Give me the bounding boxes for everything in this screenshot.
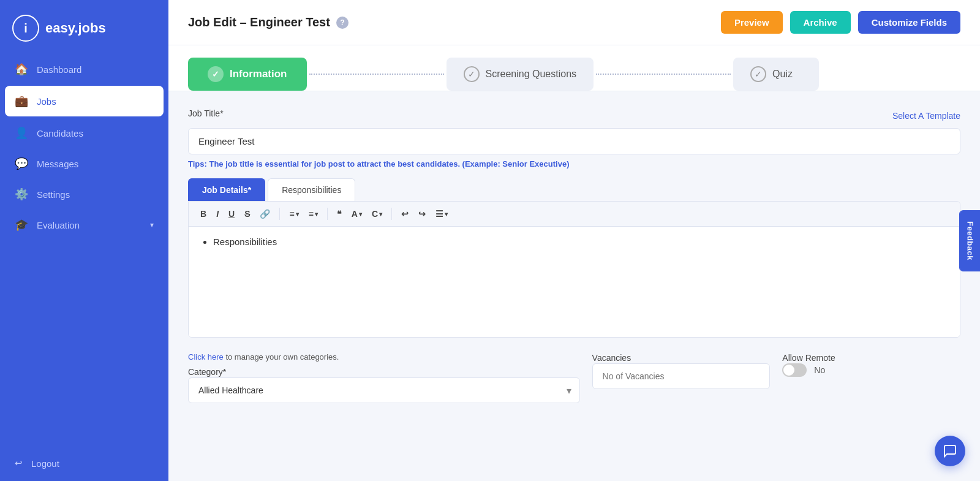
strikethrough-button[interactable]: S bbox=[240, 206, 254, 221]
category-select-wrapper: Allied Healthcare ▾ bbox=[188, 377, 580, 403]
category-group: Click here to manage your own categories… bbox=[188, 352, 580, 403]
manage-categories-link[interactable]: Click here bbox=[188, 352, 224, 362]
job-title-header: Job Title* Select A Template bbox=[188, 108, 960, 123]
logout-button[interactable]: ↩ Logout bbox=[0, 445, 168, 481]
sidebar-label-dashboard: Dashboard bbox=[37, 64, 81, 75]
step-information-label: Information bbox=[230, 68, 287, 80]
toolbar-sep-1 bbox=[279, 208, 280, 220]
category-select[interactable]: Allied Healthcare bbox=[188, 377, 580, 403]
step-screening[interactable]: ✓ Screening Questions bbox=[447, 58, 594, 91]
tips-content: The job title is essential for job post … bbox=[207, 159, 570, 169]
category-link-text: Click here to manage your own categories… bbox=[188, 352, 580, 362]
logout-label: Logout bbox=[31, 458, 59, 469]
app-name: easy.jobs bbox=[45, 20, 106, 36]
evaluation-icon: 🎓 bbox=[15, 218, 28, 232]
editor-toolbar: B I U S 🔗 ≡ ▾ ≡ ▾ ❝ A ▾ C ▾ bbox=[189, 202, 960, 227]
allow-remote-label: Allow Remote bbox=[782, 353, 835, 363]
align-button[interactable]: ☰ ▾ bbox=[431, 206, 452, 221]
topbar-actions: Preview Archive Customize Fields bbox=[721, 11, 960, 34]
editor-tabs: Job Details* Responsibilities bbox=[188, 178, 960, 201]
sidebar-item-dashboard[interactable]: 🏠 Dashboard bbox=[0, 54, 168, 85]
vacancies-group: Vacancies bbox=[592, 352, 771, 389]
quote-button[interactable]: ❝ bbox=[333, 206, 346, 221]
sidebar-item-jobs[interactable]: 💼 Jobs bbox=[5, 86, 164, 116]
logo[interactable]: i easy.jobs bbox=[0, 6, 168, 54]
tips-text: Tips: The job title is essential for job… bbox=[188, 159, 960, 169]
logo-icon: i bbox=[12, 15, 39, 42]
main-content: Job Edit – Engineer Test ? Preview Archi… bbox=[168, 0, 980, 481]
topbar: Job Edit – Engineer Test ? Preview Archi… bbox=[168, 0, 980, 45]
preview-button[interactable]: Preview bbox=[721, 11, 783, 34]
archive-button[interactable]: Archive bbox=[790, 11, 851, 34]
vacancies-input[interactable] bbox=[592, 363, 771, 389]
allow-remote-toggle-row: No bbox=[782, 363, 960, 377]
job-title-input[interactable] bbox=[188, 128, 960, 154]
chat-icon bbox=[943, 444, 957, 458]
settings-icon: ⚙️ bbox=[15, 187, 28, 201]
sidebar-item-settings[interactable]: ⚙️ Settings bbox=[0, 179, 168, 210]
vacancies-label: Vacancies bbox=[592, 353, 631, 363]
history-align-group: ↩ ↪ ☰ ▾ bbox=[397, 206, 452, 221]
ordered-list-button[interactable]: ≡ ▾ bbox=[304, 206, 322, 221]
step-quiz-check: ✓ bbox=[750, 66, 766, 82]
sidebar-label-messages: Messages bbox=[37, 159, 78, 169]
editor-box: B I U S 🔗 ≡ ▾ ≡ ▾ ❝ A ▾ C ▾ bbox=[188, 201, 960, 338]
step-quiz[interactable]: ✓ Quiz bbox=[733, 58, 819, 91]
underline-button[interactable]: U bbox=[224, 206, 239, 221]
tab-responsibilities[interactable]: Responsibilities bbox=[268, 178, 355, 201]
font-color-button[interactable]: A ▾ bbox=[347, 206, 366, 221]
link-button[interactable]: 🔗 bbox=[255, 206, 274, 221]
redo-button[interactable]: ↪ bbox=[414, 206, 430, 221]
editor-content[interactable]: Responsibilities bbox=[189, 227, 960, 337]
steps-bar: ✓ Information ✓ Screening Questions ✓ Qu… bbox=[168, 45, 980, 91]
sidebar-item-candidates[interactable]: 👤 Candidates bbox=[0, 118, 168, 148]
page-title: Job Edit – Engineer Test bbox=[188, 15, 330, 29]
bg-color-button[interactable]: C ▾ bbox=[368, 206, 386, 221]
step-information-check: ✓ bbox=[208, 66, 224, 82]
sidebar: i easy.jobs 🏠 Dashboard 💼 Jobs 👤 Candida… bbox=[0, 0, 168, 481]
candidates-icon: 👤 bbox=[15, 126, 28, 140]
tips-prefix: Tips: bbox=[188, 159, 207, 169]
toggle-value-label: No bbox=[814, 365, 825, 375]
content-area: Job Title* Select A Template Tips: The j… bbox=[168, 91, 980, 481]
home-icon: 🏠 bbox=[15, 62, 28, 76]
chat-bubble-button[interactable] bbox=[935, 436, 965, 466]
step-screening-label: Screening Questions bbox=[486, 69, 577, 80]
step-screening-check: ✓ bbox=[464, 66, 480, 82]
sidebar-label-candidates: Candidates bbox=[37, 128, 83, 138]
bold-button[interactable]: B bbox=[196, 206, 211, 221]
page-title-area: Job Edit – Engineer Test ? bbox=[188, 15, 349, 29]
list-group: ≡ ▾ ≡ ▾ bbox=[285, 206, 322, 221]
toolbar-sep-2 bbox=[327, 208, 328, 220]
customize-fields-button[interactable]: Customize Fields bbox=[858, 11, 960, 34]
toggle-knob bbox=[783, 365, 794, 376]
step-dots-1 bbox=[309, 74, 444, 75]
quote-color-group: ❝ A ▾ C ▾ bbox=[333, 206, 386, 221]
italic-button[interactable]: I bbox=[212, 206, 223, 221]
sidebar-label-jobs: Jobs bbox=[37, 96, 56, 107]
allow-remote-group: Allow Remote No bbox=[782, 352, 960, 377]
help-icon[interactable]: ? bbox=[336, 17, 349, 29]
category-label: Category* bbox=[188, 367, 226, 377]
messages-icon: 💬 bbox=[15, 157, 28, 170]
text-format-group: B I U S 🔗 bbox=[196, 206, 274, 221]
sidebar-label-evaluation: Evaluation bbox=[37, 220, 80, 230]
sidebar-item-messages[interactable]: 💬 Messages bbox=[0, 148, 168, 179]
step-information[interactable]: ✓ Information bbox=[188, 58, 307, 91]
select-template-link[interactable]: Select A Template bbox=[892, 111, 960, 121]
allow-remote-toggle[interactable] bbox=[782, 363, 807, 377]
jobs-icon: 💼 bbox=[15, 94, 28, 108]
sidebar-nav: 🏠 Dashboard 💼 Jobs 👤 Candidates 💬 Messag… bbox=[0, 54, 168, 445]
step-dots-2 bbox=[596, 74, 731, 75]
logout-icon: ↩ bbox=[15, 458, 23, 469]
sidebar-label-settings: Settings bbox=[37, 189, 70, 200]
job-title-label: Job Title* bbox=[188, 108, 224, 118]
toolbar-sep-3 bbox=[391, 208, 392, 220]
step-quiz-label: Quiz bbox=[772, 69, 793, 80]
unordered-list-button[interactable]: ≡ ▾ bbox=[285, 206, 303, 221]
feedback-tab[interactable]: Feedback bbox=[960, 210, 980, 271]
bottom-fields: Click here to manage your own categories… bbox=[188, 352, 960, 403]
tab-job-details[interactable]: Job Details* bbox=[188, 178, 265, 201]
undo-button[interactable]: ↩ bbox=[397, 206, 413, 221]
sidebar-item-evaluation[interactable]: 🎓 Evaluation ▾ bbox=[0, 210, 168, 240]
